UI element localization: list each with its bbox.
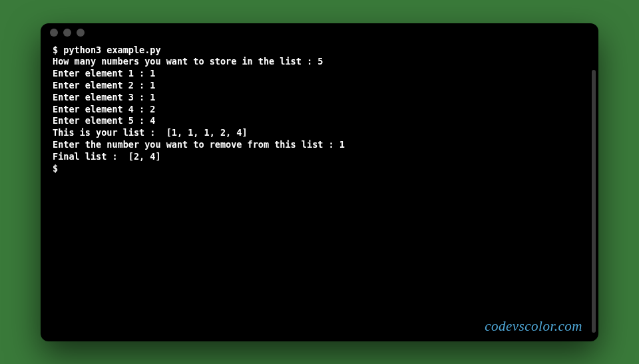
terminal-output: $ python3 example.py How many numbers yo… — [53, 45, 586, 175]
minimize-icon[interactable] — [63, 29, 71, 37]
scrollbar[interactable] — [592, 70, 596, 333]
terminal-window: $ python3 example.py How many numbers yo… — [41, 23, 598, 341]
close-icon[interactable] — [50, 29, 58, 37]
terminal-body[interactable]: $ python3 example.py How many numbers yo… — [41, 42, 598, 341]
title-bar — [41, 23, 598, 42]
watermark: codevscolor.com — [485, 318, 582, 335]
maximize-icon[interactable] — [77, 29, 85, 37]
